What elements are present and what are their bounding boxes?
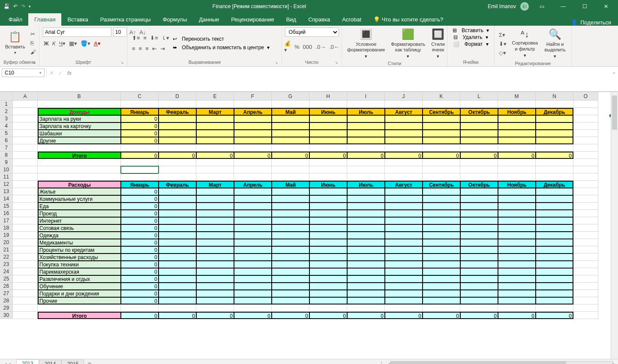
- underline-icon[interactable]: Ч▾: [58, 39, 66, 48]
- expense-row-label[interactable]: Интернет: [38, 217, 121, 224]
- cell[interactable]: [347, 188, 385, 195]
- expense-row-label[interactable]: Проезд: [38, 210, 121, 217]
- cell[interactable]: [385, 122, 423, 130]
- cell[interactable]: 0: [121, 210, 159, 217]
- expense-row-label[interactable]: Проценты по кредитам: [38, 246, 121, 254]
- cell[interactable]: [159, 195, 196, 203]
- cell[interactable]: 0: [309, 152, 347, 159]
- cell[interactable]: [536, 195, 573, 203]
- sheet-nav-first-icon[interactable]: ◂: [4, 361, 7, 364]
- month-header[interactable]: Июнь: [309, 181, 347, 188]
- tab-file[interactable]: Файл: [3, 13, 28, 26]
- cell[interactable]: [423, 304, 460, 312]
- cell[interactable]: [309, 173, 347, 181]
- insert-cells-button[interactable]: ⊞ Вставить ▾: [453, 27, 489, 33]
- cell[interactable]: [309, 290, 347, 297]
- cell[interactable]: [423, 210, 460, 217]
- cell[interactable]: [272, 224, 309, 232]
- cell[interactable]: [347, 283, 385, 290]
- income-total-label[interactable]: Итого: [38, 152, 121, 159]
- income-row-label[interactable]: Зарплата на руки: [38, 115, 121, 122]
- font-color-icon[interactable]: A▾: [93, 39, 102, 48]
- cell[interactable]: [536, 290, 573, 297]
- row-header-6[interactable]: 6: [0, 137, 13, 144]
- cell[interactable]: [573, 210, 598, 217]
- cell[interactable]: [196, 122, 234, 130]
- month-header[interactable]: Август: [385, 181, 423, 188]
- cell[interactable]: [196, 195, 234, 203]
- cell[interactable]: [460, 137, 498, 144]
- comma-icon[interactable]: 000: [302, 43, 313, 51]
- cell[interactable]: [536, 101, 573, 108]
- expense-row-label[interactable]: Хозяйственные расходы: [38, 254, 121, 261]
- cell[interactable]: [498, 210, 536, 217]
- row-header-28[interactable]: 28: [0, 297, 13, 304]
- col-header-L[interactable]: L: [460, 92, 498, 101]
- cell[interactable]: [347, 268, 385, 275]
- cell[interactable]: [234, 159, 272, 166]
- cell[interactable]: [13, 283, 38, 290]
- month-header[interactable]: Март: [196, 108, 234, 115]
- tab-help[interactable]: Справка: [302, 13, 336, 26]
- cancel-formula-icon[interactable]: ✕: [49, 70, 54, 76]
- cell[interactable]: [159, 283, 196, 290]
- col-header-N[interactable]: N: [536, 92, 573, 101]
- cell[interactable]: [234, 130, 272, 137]
- cell[interactable]: [272, 130, 309, 137]
- cell[interactable]: [309, 210, 347, 217]
- cell[interactable]: [159, 224, 196, 232]
- vertical-scrollbar[interactable]: [611, 92, 618, 359]
- cell[interactable]: [234, 210, 272, 217]
- cell[interactable]: [272, 254, 309, 261]
- income-row-label[interactable]: Шабашки: [38, 130, 121, 137]
- sort-filter-button[interactable]: ᴬ↓Сортировка и фильтр▾: [510, 28, 540, 59]
- cell[interactable]: [159, 275, 196, 283]
- cell[interactable]: [460, 195, 498, 203]
- merge-center-button[interactable]: ⬌ Объединить и поместить в центре ▾: [173, 45, 270, 51]
- row-header-21[interactable]: 21: [0, 246, 13, 254]
- row-header-29[interactable]: 29: [0, 304, 13, 312]
- cell[interactable]: [13, 144, 38, 152]
- cell[interactable]: [573, 159, 598, 166]
- cell[interactable]: [13, 166, 38, 173]
- row-header-30[interactable]: 30: [0, 312, 13, 319]
- income-header[interactable]: Доходы: [38, 108, 121, 115]
- cell[interactable]: [536, 159, 573, 166]
- cell[interactable]: [460, 304, 498, 312]
- cell[interactable]: [13, 297, 38, 304]
- cell[interactable]: [159, 254, 196, 261]
- cell[interactable]: [460, 101, 498, 108]
- cell[interactable]: [385, 246, 423, 254]
- cell[interactable]: [196, 166, 234, 173]
- cell[interactable]: [234, 115, 272, 122]
- col-header-I[interactable]: I: [347, 92, 385, 101]
- cell[interactable]: [38, 159, 121, 166]
- cell[interactable]: [573, 217, 598, 224]
- col-header-J[interactable]: J: [385, 92, 423, 101]
- cell[interactable]: [309, 239, 347, 246]
- cell[interactable]: [385, 304, 423, 312]
- month-header[interactable]: Май: [272, 108, 309, 115]
- month-header[interactable]: Сентябрь: [423, 108, 460, 115]
- cell[interactable]: [385, 101, 423, 108]
- cell[interactable]: [460, 203, 498, 210]
- cell[interactable]: [196, 275, 234, 283]
- cell[interactable]: [13, 152, 38, 159]
- cell[interactable]: [13, 239, 38, 246]
- cell[interactable]: [573, 304, 598, 312]
- row-header-1[interactable]: 1: [0, 101, 13, 108]
- cell[interactable]: [196, 159, 234, 166]
- cell[interactable]: [13, 181, 38, 188]
- cell[interactable]: [423, 268, 460, 275]
- cell[interactable]: 0: [460, 312, 498, 319]
- dialog-launcher-icon[interactable]: ↘: [120, 60, 124, 65]
- cell[interactable]: [498, 254, 536, 261]
- cell[interactable]: [423, 224, 460, 232]
- formula-input[interactable]: [76, 70, 607, 76]
- cell[interactable]: [385, 137, 423, 144]
- cell[interactable]: [272, 137, 309, 144]
- cell[interactable]: [13, 122, 38, 130]
- cell[interactable]: [573, 203, 598, 210]
- cell[interactable]: 0: [536, 152, 573, 159]
- cell[interactable]: [460, 275, 498, 283]
